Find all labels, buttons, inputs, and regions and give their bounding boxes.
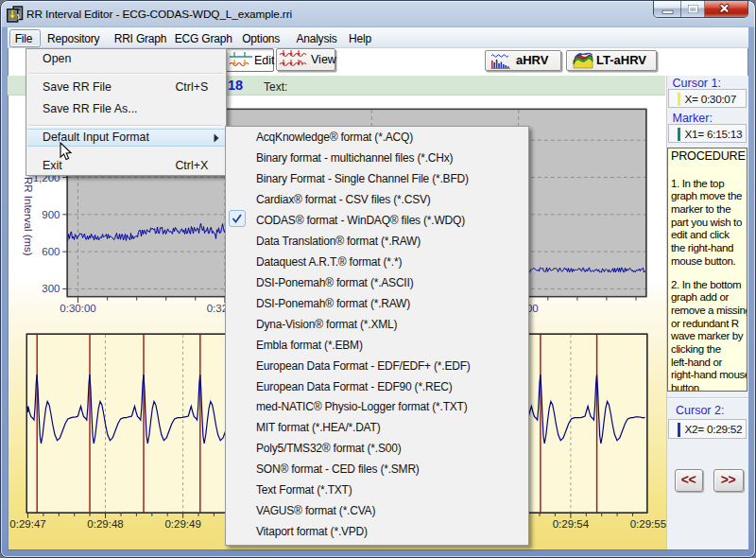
- svg-text:0:29:48: 0:29:48: [87, 518, 123, 530]
- svg-text:0:29:49: 0:29:49: [164, 518, 200, 530]
- svg-text:300: 300: [42, 283, 60, 294]
- svg-text:0:29:54: 0:29:54: [553, 518, 590, 530]
- svg-text:600: 600: [42, 246, 60, 257]
- svg-text:900: 900: [42, 209, 60, 220]
- svg-text:0:30:00: 0:30:00: [60, 303, 95, 314]
- svg-text:RR Interval (ms): RR Interval (ms): [23, 177, 34, 256]
- svg-text:0:29:47: 0:29:47: [9, 518, 45, 530]
- svg-text:0:29:55: 0:29:55: [630, 518, 666, 530]
